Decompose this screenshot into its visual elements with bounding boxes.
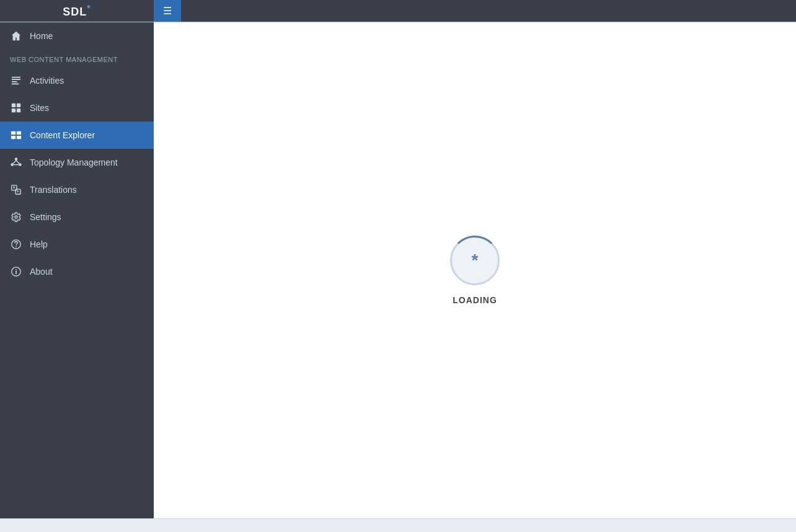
topology-icon (10, 156, 22, 169)
svg-point-12 (12, 132, 14, 134)
content-explorer-icon (10, 129, 22, 141)
top-bar: SDL* ☰ (0, 0, 796, 22)
activities-icon (10, 74, 22, 87)
sidebar-item-translations-label: Translations (30, 185, 77, 195)
hamburger-button[interactable]: ☰ (154, 0, 181, 22)
about-icon (10, 265, 22, 278)
sidebar-item-settings-label: Settings (30, 212, 61, 222)
help-icon (10, 238, 22, 250)
svg-line-17 (13, 161, 16, 164)
svg-point-23 (15, 246, 17, 247)
svg-rect-5 (17, 104, 20, 107)
svg-rect-10 (11, 136, 15, 139)
sidebar-item-activities-label: Activities (30, 76, 64, 86)
svg-rect-0 (12, 77, 20, 78)
sidebar-section-label: Web Content Management (0, 50, 154, 67)
svg-rect-7 (17, 109, 20, 112)
sidebar-item-topology-management[interactable]: Topology Management (0, 149, 154, 176)
loading-container: * LOADING (450, 236, 500, 305)
sidebar: Home Web Content Management Activities (0, 22, 154, 518)
translations-icon (10, 184, 22, 196)
svg-rect-3 (12, 84, 19, 85)
svg-line-18 (16, 161, 19, 164)
sidebar-item-about-label: About (30, 267, 53, 277)
svg-rect-2 (12, 81, 17, 82)
svg-point-14 (15, 157, 18, 161)
svg-rect-11 (17, 136, 21, 139)
svg-rect-6 (12, 109, 15, 112)
settings-icon (10, 211, 22, 223)
sidebar-item-sites[interactable]: Sites (0, 94, 154, 122)
sidebar-item-content-explorer-label: Content Explorer (30, 130, 95, 140)
sidebar-item-help-label: Help (30, 239, 48, 249)
sites-icon (10, 102, 22, 114)
sidebar-item-help[interactable]: Help (0, 231, 154, 258)
main-layout: Home Web Content Management Activities (0, 22, 796, 518)
svg-rect-4 (12, 104, 15, 107)
status-bar (0, 518, 796, 532)
sidebar-item-translations[interactable]: Translations (0, 176, 154, 203)
brand-star: * (87, 3, 91, 13)
sidebar-item-home-label: Home (30, 31, 53, 41)
loading-star-icon: * (472, 250, 479, 270)
hamburger-icon: ☰ (163, 5, 172, 17)
content-area: * LOADING (154, 22, 796, 518)
logo-area: SDL* (0, 0, 154, 22)
svg-point-13 (18, 132, 20, 134)
sidebar-item-about[interactable]: About (0, 258, 154, 285)
sidebar-item-sites-label: Sites (30, 103, 49, 113)
loading-spinner: * (450, 236, 500, 285)
svg-point-25 (15, 269, 17, 270)
svg-rect-1 (12, 79, 20, 80)
sidebar-item-content-explorer[interactable]: Content Explorer (0, 122, 154, 149)
logo-text: SDL* (63, 3, 91, 19)
brand-name: SDL (63, 6, 87, 18)
sidebar-item-topology-management-label: Topology Management (30, 157, 118, 167)
loading-text: LOADING (453, 295, 497, 305)
home-icon (10, 30, 22, 42)
sidebar-item-settings[interactable]: Settings (0, 203, 154, 231)
sidebar-item-activities[interactable]: Activities (0, 67, 154, 94)
sidebar-item-home[interactable]: Home (0, 22, 154, 50)
